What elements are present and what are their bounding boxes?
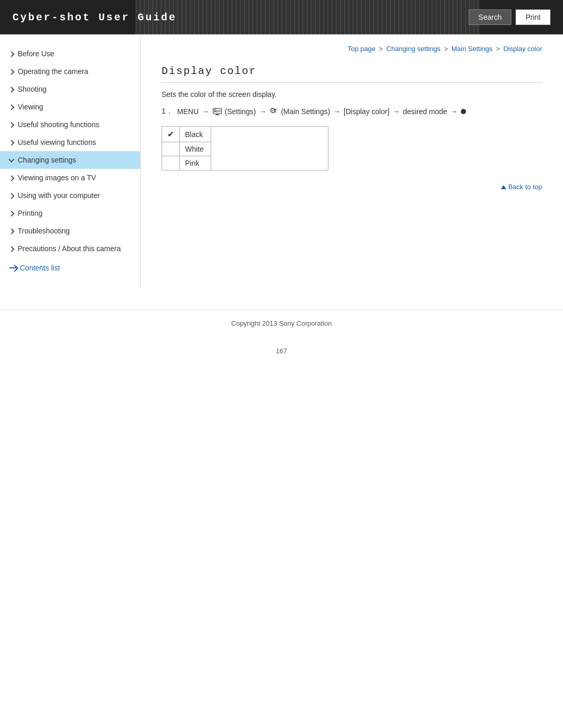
- sidebar-item-0[interactable]: Before Use: [0, 45, 140, 63]
- sidebar-item-label-5: Useful viewing functions: [18, 138, 132, 146]
- table-row-0: ✔Black: [162, 127, 328, 142]
- breadcrumb-main-settings[interactable]: Main Settings: [451, 45, 493, 53]
- sidebar-item-label-8: Using with your computer: [18, 191, 132, 200]
- svg-rect-3: [214, 112, 221, 112]
- sidebar-item-8[interactable]: Using with your computer: [0, 187, 140, 204]
- arrow-5: →: [450, 107, 458, 116]
- settings-icon: [212, 107, 223, 116]
- sidebar-item-7[interactable]: Viewing images on a TV: [0, 169, 140, 187]
- header: Cyber-shot User Guide Search Print: [0, 0, 563, 34]
- sidebar-arrow-icon-8: [8, 193, 14, 199]
- sidebar-item-label-0: Before Use: [18, 50, 132, 58]
- back-to-top[interactable]: Back to top: [162, 183, 542, 191]
- sidebar-arrow-icon-7: [8, 175, 14, 181]
- sidebar-item-label-1: Operating the camera: [18, 67, 132, 76]
- contents-arrow-icon: [9, 267, 17, 268]
- contents-list-label: Contents list: [20, 264, 60, 272]
- table-cell-desc-0: [211, 127, 328, 170]
- main-settings-icon: ⚙ T: [270, 106, 279, 117]
- svg-text:T: T: [274, 108, 277, 114]
- sidebar-arrow-icon-1: [8, 69, 14, 75]
- check-mark-icon: ✔: [167, 130, 174, 139]
- sidebar-item-label-3: Viewing: [18, 103, 132, 111]
- sidebar-item-1[interactable]: Operating the camera: [0, 63, 140, 80]
- content-description: Sets the color of the screen display.: [162, 90, 542, 98]
- arrow-4: →: [393, 107, 400, 116]
- sidebar-item-label-9: Printing: [18, 209, 132, 217]
- sidebar-item-11[interactable]: Precautions / About this camera: [0, 240, 140, 257]
- sidebar-item-label-11: Precautions / About this camera: [18, 244, 132, 253]
- page-number: 167: [0, 337, 563, 365]
- main-content: Top page > Changing settings > Main Sett…: [141, 34, 563, 212]
- page-title: Display color: [162, 65, 542, 83]
- sidebar-arrow-icon-11: [8, 246, 14, 252]
- contents-list-link[interactable]: Contents list: [0, 257, 140, 278]
- footer: Copyright 2013 Sony Corporation: [0, 310, 563, 337]
- sidebar-arrow-icon-4: [8, 122, 14, 128]
- main-settings-label: (Main Settings): [281, 107, 330, 116]
- breadcrumb-sep-3: >: [496, 45, 501, 53]
- print-button[interactable]: Print: [516, 9, 550, 25]
- sidebar-item-2[interactable]: Shooting: [0, 80, 140, 98]
- sidebar-arrow-icon-2: [8, 87, 14, 92]
- sidebar-arrow-icon-0: [8, 51, 14, 57]
- sidebar-arrow-icon-5: [8, 140, 14, 145]
- back-to-top-icon: [501, 185, 506, 189]
- desired-mode-text: desired mode: [403, 107, 447, 116]
- sidebar-arrow-icon-3: [8, 104, 14, 110]
- sidebar-arrow-icon-6: [8, 156, 14, 162]
- instruction-line: 1． MENU → (Settings) → ⚙ T: [162, 106, 542, 117]
- step-number: 1．: [162, 107, 173, 116]
- arrow-3: →: [333, 107, 340, 116]
- sidebar-item-label-4: Useful shooting functions: [18, 120, 132, 129]
- options-table: ✔BlackWhitePink: [162, 126, 328, 170]
- table-cell-check-1: [162, 142, 180, 156]
- breadcrumb-top-page[interactable]: Top page: [348, 45, 376, 53]
- table-cell-option-0: Black: [180, 127, 211, 142]
- arrow-2: →: [259, 107, 266, 116]
- sidebar-arrow-icon-9: [8, 211, 14, 216]
- table-cell-option-1: White: [180, 142, 211, 156]
- sidebar-arrow-icon-10: [8, 228, 14, 234]
- sidebar-item-9[interactable]: Printing: [0, 204, 140, 222]
- settings-label: (Settings): [225, 107, 256, 116]
- search-button[interactable]: Search: [469, 9, 511, 25]
- breadcrumb-current: Display color: [504, 45, 542, 53]
- table-cell-option-2: Pink: [180, 156, 211, 170]
- copyright-text: Copyright 2013 Sony Corporation: [231, 319, 332, 327]
- sidebar: Before UseOperating the cameraShootingVi…: [0, 34, 141, 289]
- sidebar-item-label-2: Shooting: [18, 85, 132, 93]
- sidebar-item-6[interactable]: Changing settings: [0, 151, 140, 169]
- breadcrumb-sep-2: >: [444, 45, 450, 53]
- sidebar-item-label-6: Changing settings: [18, 156, 132, 164]
- arrow-1: →: [202, 107, 209, 116]
- app-title: Cyber-shot User Guide: [13, 11, 177, 23]
- breadcrumb-sep-1: >: [379, 45, 385, 53]
- sidebar-item-label-10: Troubleshooting: [18, 227, 132, 235]
- sidebar-item-3[interactable]: Viewing: [0, 98, 140, 116]
- breadcrumb: Top page > Changing settings > Main Sett…: [162, 45, 542, 53]
- table-cell-check-0: ✔: [162, 127, 180, 142]
- table-cell-check-2: [162, 156, 180, 170]
- display-color-bracket: [Display color]: [344, 107, 389, 116]
- sidebar-item-10[interactable]: Troubleshooting: [0, 222, 140, 240]
- bullet-end-icon: [461, 109, 466, 114]
- svg-rect-1: [214, 109, 216, 111]
- sidebar-item-4[interactable]: Useful shooting functions: [0, 116, 140, 133]
- header-buttons: Search Print: [469, 9, 550, 25]
- svg-rect-5: [215, 115, 219, 115]
- back-to-top-label: Back to top: [508, 183, 542, 191]
- sidebar-item-label-7: Viewing images on a TV: [18, 174, 132, 182]
- sidebar-items-container: Before UseOperating the cameraShootingVi…: [0, 45, 140, 257]
- menu-text: MENU: [177, 107, 199, 116]
- layout: Before UseOperating the cameraShootingVi…: [0, 34, 563, 289]
- breadcrumb-changing-settings[interactable]: Changing settings: [386, 45, 440, 53]
- sidebar-item-5[interactable]: Useful viewing functions: [0, 133, 140, 151]
